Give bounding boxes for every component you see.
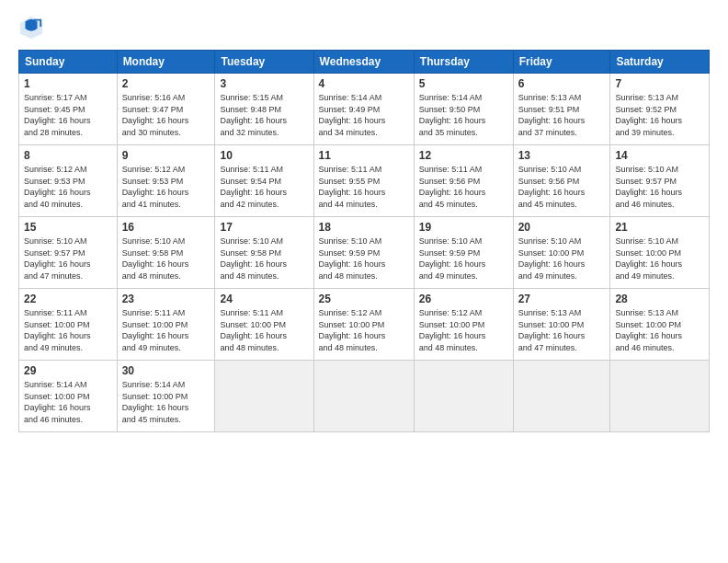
- day-number: 12: [419, 149, 508, 162]
- day-info: Sunrise: 5:10 AMSunset: 9:59 PMDaylight:…: [319, 236, 409, 282]
- day-info: Sunrise: 5:11 AMSunset: 10:00 PMDaylight…: [24, 307, 112, 353]
- day-number: 4: [319, 77, 409, 90]
- calendar-cell: 27Sunrise: 5:13 AMSunset: 10:00 PMDaylig…: [513, 289, 610, 361]
- week-row-1: 8Sunrise: 5:12 AMSunset: 9:53 PMDaylight…: [19, 145, 710, 217]
- day-info: Sunrise: 5:11 AMSunset: 9:54 PMDaylight:…: [220, 164, 308, 210]
- day-info: Sunrise: 5:14 AMSunset: 10:00 PMDaylight…: [122, 379, 210, 425]
- calendar-cell: 14Sunrise: 5:10 AMSunset: 9:57 PMDayligh…: [610, 145, 710, 217]
- day-info: Sunrise: 5:10 AMSunset: 9:56 PMDaylight:…: [518, 164, 606, 210]
- calendar-cell: 24Sunrise: 5:11 AMSunset: 10:00 PMDaylig…: [215, 289, 313, 361]
- calendar-cell: [414, 361, 513, 432]
- calendar-cell: 5Sunrise: 5:14 AMSunset: 9:50 PMDaylight…: [414, 74, 513, 145]
- calendar-cell: 17Sunrise: 5:10 AMSunset: 9:58 PMDayligh…: [215, 217, 313, 289]
- day-info: Sunrise: 5:13 AMSunset: 10:00 PMDaylight…: [518, 307, 606, 353]
- day-number: 8: [24, 149, 112, 162]
- calendar-cell: 3Sunrise: 5:15 AMSunset: 9:48 PMDaylight…: [215, 74, 313, 145]
- day-number: 5: [419, 77, 508, 90]
- calendar-cell: 20Sunrise: 5:10 AMSunset: 10:00 PMDaylig…: [513, 217, 610, 289]
- day-info: Sunrise: 5:13 AMSunset: 9:51 PMDaylight:…: [518, 92, 606, 138]
- day-info: Sunrise: 5:12 AMSunset: 10:00 PMDaylight…: [419, 307, 508, 353]
- week-row-2: 15Sunrise: 5:10 AMSunset: 9:57 PMDayligh…: [19, 217, 710, 289]
- calendar-cell: [215, 361, 313, 432]
- day-info: Sunrise: 5:15 AMSunset: 9:48 PMDaylight:…: [220, 92, 308, 138]
- calendar-cell: 18Sunrise: 5:10 AMSunset: 9:59 PMDayligh…: [313, 217, 414, 289]
- calendar-cell: [513, 361, 610, 432]
- calendar-header-row: SundayMondayTuesdayWednesdayThursdayFrid…: [19, 51, 710, 74]
- day-number: 25: [319, 293, 409, 305]
- day-number: 20: [518, 221, 606, 234]
- day-number: 6: [518, 77, 606, 90]
- calendar-cell: 30Sunrise: 5:14 AMSunset: 10:00 PMDaylig…: [117, 361, 215, 432]
- day-info: Sunrise: 5:10 AMSunset: 10:00 PMDaylight…: [615, 236, 704, 282]
- calendar-cell: 15Sunrise: 5:10 AMSunset: 9:57 PMDayligh…: [19, 217, 118, 289]
- logo: [18, 15, 48, 40]
- day-number: 1: [24, 77, 112, 90]
- day-info: Sunrise: 5:10 AMSunset: 9:57 PMDaylight:…: [615, 164, 704, 210]
- day-number: 16: [122, 221, 210, 234]
- week-row-4: 29Sunrise: 5:14 AMSunset: 10:00 PMDaylig…: [19, 361, 710, 432]
- day-number: 2: [122, 77, 210, 90]
- day-info: Sunrise: 5:10 AMSunset: 9:57 PMDaylight:…: [24, 236, 112, 282]
- col-header-sunday: Sunday: [19, 51, 118, 74]
- day-info: Sunrise: 5:12 AMSunset: 9:53 PMDaylight:…: [24, 164, 112, 210]
- day-number: 30: [122, 364, 210, 377]
- day-info: Sunrise: 5:11 AMSunset: 9:55 PMDaylight:…: [319, 164, 409, 210]
- day-number: 17: [220, 221, 308, 234]
- day-number: 10: [220, 149, 308, 162]
- calendar-cell: 23Sunrise: 5:11 AMSunset: 10:00 PMDaylig…: [117, 289, 215, 361]
- calendar-cell: 13Sunrise: 5:10 AMSunset: 9:56 PMDayligh…: [513, 145, 610, 217]
- col-header-saturday: Saturday: [610, 51, 710, 74]
- day-number: 9: [122, 149, 210, 162]
- calendar-cell: [610, 361, 710, 432]
- day-number: 11: [319, 149, 409, 162]
- col-header-thursday: Thursday: [414, 51, 513, 74]
- day-number: 3: [220, 77, 308, 90]
- calendar-cell: 28Sunrise: 5:13 AMSunset: 10:00 PMDaylig…: [610, 289, 710, 361]
- day-info: Sunrise: 5:10 AMSunset: 9:58 PMDaylight:…: [122, 236, 210, 282]
- day-info: Sunrise: 5:14 AMSunset: 10:00 PMDaylight…: [24, 379, 112, 425]
- day-number: 15: [24, 221, 112, 234]
- calendar-cell: 16Sunrise: 5:10 AMSunset: 9:58 PMDayligh…: [117, 217, 215, 289]
- calendar-cell: 6Sunrise: 5:13 AMSunset: 9:51 PMDaylight…: [513, 74, 610, 145]
- calendar-cell: 2Sunrise: 5:16 AMSunset: 9:47 PMDaylight…: [117, 74, 215, 145]
- day-info: Sunrise: 5:14 AMSunset: 9:49 PMDaylight:…: [319, 92, 409, 138]
- calendar-cell: 12Sunrise: 5:11 AMSunset: 9:56 PMDayligh…: [414, 145, 513, 217]
- day-info: Sunrise: 5:17 AMSunset: 9:45 PMDaylight:…: [24, 92, 112, 138]
- calendar-cell: 9Sunrise: 5:12 AMSunset: 9:53 PMDaylight…: [117, 145, 215, 217]
- day-number: 26: [419, 293, 508, 305]
- calendar-cell: 10Sunrise: 5:11 AMSunset: 9:54 PMDayligh…: [215, 145, 313, 217]
- col-header-wednesday: Wednesday: [313, 51, 414, 74]
- day-info: Sunrise: 5:11 AMSunset: 9:56 PMDaylight:…: [419, 164, 508, 210]
- col-header-monday: Monday: [117, 51, 215, 74]
- week-row-3: 22Sunrise: 5:11 AMSunset: 10:00 PMDaylig…: [19, 289, 710, 361]
- day-number: 14: [615, 149, 704, 162]
- calendar-cell: 29Sunrise: 5:14 AMSunset: 10:00 PMDaylig…: [19, 361, 118, 432]
- page: SundayMondayTuesdayWednesdayThursdayFrid…: [0, 0, 728, 563]
- header: [18, 15, 710, 40]
- calendar-cell: 1Sunrise: 5:17 AMSunset: 9:45 PMDaylight…: [19, 74, 118, 145]
- calendar-cell: 22Sunrise: 5:11 AMSunset: 10:00 PMDaylig…: [19, 289, 118, 361]
- calendar-cell: 8Sunrise: 5:12 AMSunset: 9:53 PMDaylight…: [19, 145, 118, 217]
- day-info: Sunrise: 5:10 AMSunset: 9:58 PMDaylight:…: [220, 236, 308, 282]
- calendar-cell: 19Sunrise: 5:10 AMSunset: 9:59 PMDayligh…: [414, 217, 513, 289]
- day-number: 7: [615, 77, 704, 90]
- day-number: 29: [24, 364, 112, 377]
- calendar-cell: 4Sunrise: 5:14 AMSunset: 9:49 PMDaylight…: [313, 74, 414, 145]
- day-number: 18: [319, 221, 409, 234]
- day-number: 13: [518, 149, 606, 162]
- day-info: Sunrise: 5:12 AMSunset: 9:53 PMDaylight:…: [122, 164, 210, 210]
- day-info: Sunrise: 5:13 AMSunset: 10:00 PMDaylight…: [615, 307, 704, 353]
- day-number: 23: [122, 293, 210, 305]
- day-number: 28: [615, 293, 704, 305]
- day-number: 24: [220, 293, 308, 305]
- day-info: Sunrise: 5:11 AMSunset: 10:00 PMDaylight…: [122, 307, 210, 353]
- logo-icon: [18, 15, 44, 40]
- day-number: 19: [419, 221, 508, 234]
- week-row-0: 1Sunrise: 5:17 AMSunset: 9:45 PMDaylight…: [19, 74, 710, 145]
- calendar-cell: [313, 361, 414, 432]
- calendar-cell: 11Sunrise: 5:11 AMSunset: 9:55 PMDayligh…: [313, 145, 414, 217]
- calendar-cell: 21Sunrise: 5:10 AMSunset: 10:00 PMDaylig…: [610, 217, 710, 289]
- col-header-tuesday: Tuesday: [215, 51, 313, 74]
- day-number: 27: [518, 293, 606, 305]
- col-header-friday: Friday: [513, 51, 610, 74]
